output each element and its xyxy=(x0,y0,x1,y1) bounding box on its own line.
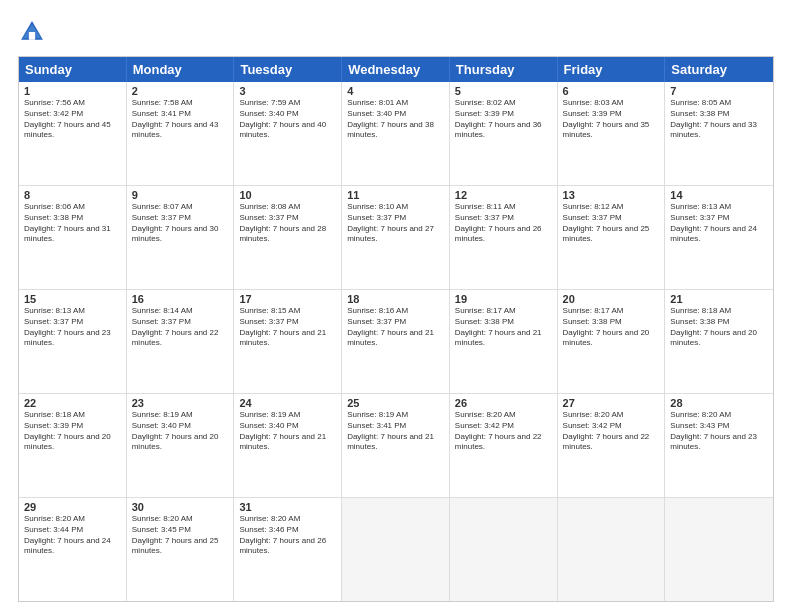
calendar-row-3: 15Sunrise: 8:13 AM Sunset: 3:37 PM Dayli… xyxy=(19,290,773,394)
day-cell-20: 20Sunrise: 8:17 AM Sunset: 3:38 PM Dayli… xyxy=(558,290,666,393)
day-info: Sunrise: 7:58 AM Sunset: 3:41 PM Dayligh… xyxy=(132,98,229,141)
day-cell-27: 27Sunrise: 8:20 AM Sunset: 3:42 PM Dayli… xyxy=(558,394,666,497)
day-number: 8 xyxy=(24,189,121,201)
day-info: Sunrise: 8:15 AM Sunset: 3:37 PM Dayligh… xyxy=(239,306,336,349)
day-number: 13 xyxy=(563,189,660,201)
day-number: 27 xyxy=(563,397,660,409)
day-number: 12 xyxy=(455,189,552,201)
day-number: 26 xyxy=(455,397,552,409)
day-cell-15: 15Sunrise: 8:13 AM Sunset: 3:37 PM Dayli… xyxy=(19,290,127,393)
day-cell-6: 6Sunrise: 8:03 AM Sunset: 3:39 PM Daylig… xyxy=(558,82,666,185)
day-cell-31: 31Sunrise: 8:20 AM Sunset: 3:46 PM Dayli… xyxy=(234,498,342,601)
day-number: 14 xyxy=(670,189,768,201)
day-number: 28 xyxy=(670,397,768,409)
day-cell-7: 7Sunrise: 8:05 AM Sunset: 3:38 PM Daylig… xyxy=(665,82,773,185)
day-info: Sunrise: 7:59 AM Sunset: 3:40 PM Dayligh… xyxy=(239,98,336,141)
calendar-header: SundayMondayTuesdayWednesdayThursdayFrid… xyxy=(19,57,773,82)
day-info: Sunrise: 8:20 AM Sunset: 3:46 PM Dayligh… xyxy=(239,514,336,557)
day-cell-17: 17Sunrise: 8:15 AM Sunset: 3:37 PM Dayli… xyxy=(234,290,342,393)
empty-cell-4-5 xyxy=(558,498,666,601)
day-number: 25 xyxy=(347,397,444,409)
day-number: 15 xyxy=(24,293,121,305)
day-number: 18 xyxy=(347,293,444,305)
day-cell-4: 4Sunrise: 8:01 AM Sunset: 3:40 PM Daylig… xyxy=(342,82,450,185)
day-number: 20 xyxy=(563,293,660,305)
day-info: Sunrise: 8:03 AM Sunset: 3:39 PM Dayligh… xyxy=(563,98,660,141)
day-info: Sunrise: 8:18 AM Sunset: 3:38 PM Dayligh… xyxy=(670,306,768,349)
day-cell-3: 3Sunrise: 7:59 AM Sunset: 3:40 PM Daylig… xyxy=(234,82,342,185)
svg-rect-2 xyxy=(29,32,35,40)
day-cell-24: 24Sunrise: 8:19 AM Sunset: 3:40 PM Dayli… xyxy=(234,394,342,497)
day-cell-2: 2Sunrise: 7:58 AM Sunset: 3:41 PM Daylig… xyxy=(127,82,235,185)
day-cell-25: 25Sunrise: 8:19 AM Sunset: 3:41 PM Dayli… xyxy=(342,394,450,497)
day-number: 7 xyxy=(670,85,768,97)
day-number: 11 xyxy=(347,189,444,201)
day-cell-5: 5Sunrise: 8:02 AM Sunset: 3:39 PM Daylig… xyxy=(450,82,558,185)
weekday-header-saturday: Saturday xyxy=(665,57,773,82)
day-info: Sunrise: 8:20 AM Sunset: 3:44 PM Dayligh… xyxy=(24,514,121,557)
day-cell-23: 23Sunrise: 8:19 AM Sunset: 3:40 PM Dayli… xyxy=(127,394,235,497)
day-number: 5 xyxy=(455,85,552,97)
day-number: 22 xyxy=(24,397,121,409)
day-info: Sunrise: 8:20 AM Sunset: 3:42 PM Dayligh… xyxy=(563,410,660,453)
day-cell-11: 11Sunrise: 8:10 AM Sunset: 3:37 PM Dayli… xyxy=(342,186,450,289)
day-info: Sunrise: 8:19 AM Sunset: 3:40 PM Dayligh… xyxy=(239,410,336,453)
day-cell-22: 22Sunrise: 8:18 AM Sunset: 3:39 PM Dayli… xyxy=(19,394,127,497)
day-info: Sunrise: 8:19 AM Sunset: 3:40 PM Dayligh… xyxy=(132,410,229,453)
day-number: 30 xyxy=(132,501,229,513)
day-number: 16 xyxy=(132,293,229,305)
day-number: 31 xyxy=(239,501,336,513)
day-info: Sunrise: 8:02 AM Sunset: 3:39 PM Dayligh… xyxy=(455,98,552,141)
day-number: 23 xyxy=(132,397,229,409)
weekday-header-friday: Friday xyxy=(558,57,666,82)
day-cell-18: 18Sunrise: 8:16 AM Sunset: 3:37 PM Dayli… xyxy=(342,290,450,393)
day-info: Sunrise: 8:06 AM Sunset: 3:38 PM Dayligh… xyxy=(24,202,121,245)
calendar: SundayMondayTuesdayWednesdayThursdayFrid… xyxy=(18,56,774,602)
day-cell-29: 29Sunrise: 8:20 AM Sunset: 3:44 PM Dayli… xyxy=(19,498,127,601)
day-number: 17 xyxy=(239,293,336,305)
day-cell-14: 14Sunrise: 8:13 AM Sunset: 3:37 PM Dayli… xyxy=(665,186,773,289)
day-number: 19 xyxy=(455,293,552,305)
day-info: Sunrise: 8:14 AM Sunset: 3:37 PM Dayligh… xyxy=(132,306,229,349)
day-number: 1 xyxy=(24,85,121,97)
day-cell-8: 8Sunrise: 8:06 AM Sunset: 3:38 PM Daylig… xyxy=(19,186,127,289)
day-cell-28: 28Sunrise: 8:20 AM Sunset: 3:43 PM Dayli… xyxy=(665,394,773,497)
day-number: 24 xyxy=(239,397,336,409)
day-info: Sunrise: 8:13 AM Sunset: 3:37 PM Dayligh… xyxy=(670,202,768,245)
day-cell-10: 10Sunrise: 8:08 AM Sunset: 3:37 PM Dayli… xyxy=(234,186,342,289)
day-info: Sunrise: 7:56 AM Sunset: 3:42 PM Dayligh… xyxy=(24,98,121,141)
day-info: Sunrise: 8:12 AM Sunset: 3:37 PM Dayligh… xyxy=(563,202,660,245)
day-info: Sunrise: 8:08 AM Sunset: 3:37 PM Dayligh… xyxy=(239,202,336,245)
day-number: 6 xyxy=(563,85,660,97)
day-number: 4 xyxy=(347,85,444,97)
day-number: 10 xyxy=(239,189,336,201)
day-cell-9: 9Sunrise: 8:07 AM Sunset: 3:37 PM Daylig… xyxy=(127,186,235,289)
calendar-row-2: 8Sunrise: 8:06 AM Sunset: 3:38 PM Daylig… xyxy=(19,186,773,290)
logo xyxy=(18,18,50,46)
day-cell-30: 30Sunrise: 8:20 AM Sunset: 3:45 PM Dayli… xyxy=(127,498,235,601)
calendar-row-1: 1Sunrise: 7:56 AM Sunset: 3:42 PM Daylig… xyxy=(19,82,773,186)
day-info: Sunrise: 8:13 AM Sunset: 3:37 PM Dayligh… xyxy=(24,306,121,349)
day-cell-19: 19Sunrise: 8:17 AM Sunset: 3:38 PM Dayli… xyxy=(450,290,558,393)
calendar-row-5: 29Sunrise: 8:20 AM Sunset: 3:44 PM Dayli… xyxy=(19,498,773,601)
day-info: Sunrise: 8:20 AM Sunset: 3:43 PM Dayligh… xyxy=(670,410,768,453)
weekday-header-thursday: Thursday xyxy=(450,57,558,82)
day-cell-16: 16Sunrise: 8:14 AM Sunset: 3:37 PM Dayli… xyxy=(127,290,235,393)
page: SundayMondayTuesdayWednesdayThursdayFrid… xyxy=(0,0,792,612)
day-info: Sunrise: 8:11 AM Sunset: 3:37 PM Dayligh… xyxy=(455,202,552,245)
day-number: 29 xyxy=(24,501,121,513)
calendar-body: 1Sunrise: 7:56 AM Sunset: 3:42 PM Daylig… xyxy=(19,82,773,601)
day-number: 21 xyxy=(670,293,768,305)
weekday-header-sunday: Sunday xyxy=(19,57,127,82)
day-cell-21: 21Sunrise: 8:18 AM Sunset: 3:38 PM Dayli… xyxy=(665,290,773,393)
weekday-header-wednesday: Wednesday xyxy=(342,57,450,82)
day-info: Sunrise: 8:19 AM Sunset: 3:41 PM Dayligh… xyxy=(347,410,444,453)
day-info: Sunrise: 8:10 AM Sunset: 3:37 PM Dayligh… xyxy=(347,202,444,245)
weekday-header-monday: Monday xyxy=(127,57,235,82)
day-cell-13: 13Sunrise: 8:12 AM Sunset: 3:37 PM Dayli… xyxy=(558,186,666,289)
day-info: Sunrise: 8:01 AM Sunset: 3:40 PM Dayligh… xyxy=(347,98,444,141)
day-info: Sunrise: 8:16 AM Sunset: 3:37 PM Dayligh… xyxy=(347,306,444,349)
day-info: Sunrise: 8:17 AM Sunset: 3:38 PM Dayligh… xyxy=(563,306,660,349)
day-number: 3 xyxy=(239,85,336,97)
calendar-row-4: 22Sunrise: 8:18 AM Sunset: 3:39 PM Dayli… xyxy=(19,394,773,498)
